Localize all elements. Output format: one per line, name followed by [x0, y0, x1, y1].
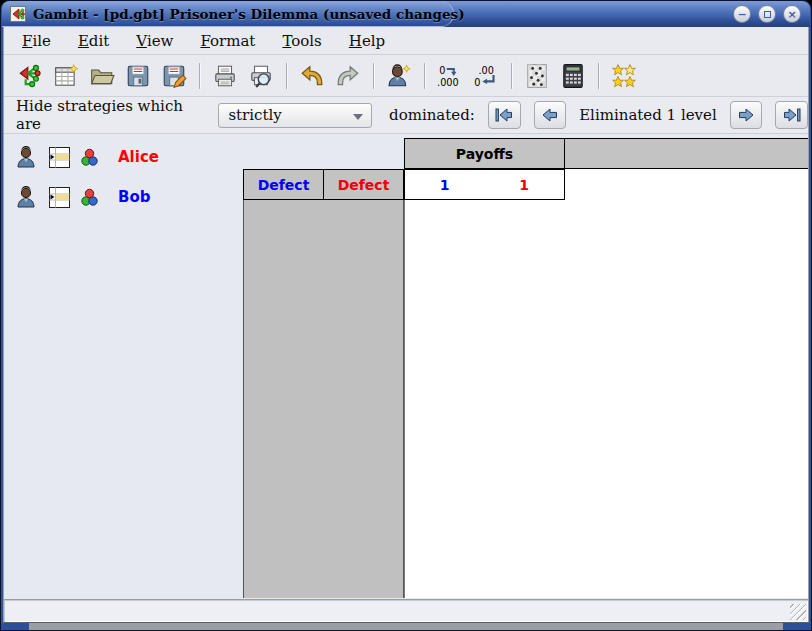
close-button[interactable]: ×: [783, 5, 801, 23]
row-strategy-icon[interactable]: [46, 186, 71, 209]
menu-edit[interactable]: Edit: [78, 32, 109, 50]
frame-corner-left: [1, 623, 29, 630]
open-file-button[interactable]: [87, 60, 117, 92]
toolbar-separator: [598, 63, 599, 89]
player-name-bob[interactable]: Bob: [118, 188, 150, 206]
nash-stars-icon: [611, 63, 637, 89]
row-strategy-icon[interactable]: [46, 146, 71, 169]
gambit-window: Gambit - [pd.gbt] Prisoner's Dilemma (un…: [0, 0, 812, 631]
decrease-decimals-icon: .00 0: [472, 63, 500, 89]
elimination-status: Eliminated 1 level: [579, 106, 717, 124]
frame-corner-right: [783, 623, 811, 630]
maximize-icon: [764, 11, 771, 18]
toolbar-separator: [199, 63, 200, 89]
title-bar[interactable]: Gambit - [pd.gbt] Prisoner's Dilemma (un…: [2, 1, 810, 27]
menu-help[interactable]: Help: [349, 32, 385, 50]
last-level-button[interactable]: [775, 101, 808, 129]
arrow-right-icon: [736, 107, 756, 123]
table-body: [404, 168, 808, 598]
printer-icon: [212, 63, 238, 89]
resize-grip[interactable]: [790, 604, 806, 620]
toolbar: 0 .000 .00 0: [4, 55, 808, 97]
save-file-button[interactable]: [123, 60, 153, 92]
save-as-button[interactable]: [159, 60, 189, 92]
window-frame-bottom: [1, 622, 811, 630]
save-as-icon: [161, 63, 187, 89]
arrow-left-icon: [540, 107, 560, 123]
menu-bar: File Edit View Format Tools Help: [4, 27, 808, 55]
add-player-icon: [386, 63, 412, 89]
toolbar-separator: [373, 63, 374, 89]
dominated-label: dominated:: [389, 106, 475, 124]
game-tree-icon: [17, 63, 43, 89]
player-color-icon[interactable]: [80, 148, 99, 167]
toolbar-separator: [511, 63, 512, 89]
svg-text:0: 0: [439, 64, 445, 75]
player-icon[interactable]: [15, 145, 37, 169]
increase-decimals-button[interactable]: 0 .000: [435, 60, 465, 92]
row-strategy-cell-1[interactable]: Defect: [243, 169, 324, 200]
dominance-toolbar: Hide strategies which are strictly domin…: [4, 97, 808, 134]
add-player-button[interactable]: [384, 60, 414, 92]
window-title: Gambit - [pd.gbt] Prisoner's Dilemma (un…: [33, 1, 465, 27]
header-filler-cell: [564, 138, 808, 169]
minimize-button[interactable]: −: [733, 5, 751, 23]
decrease-decimals-button[interactable]: .00 0: [471, 60, 501, 92]
new-tree-game-button[interactable]: [15, 60, 45, 92]
arrow-first-icon: [494, 107, 514, 123]
undo-button[interactable]: [297, 60, 327, 92]
dominance-mode-dropdown[interactable]: strictly: [218, 103, 372, 128]
undo-icon: [299, 63, 325, 89]
row-strategy-cell-2[interactable]: Defect: [323, 169, 404, 200]
svg-text:.000: .000: [437, 76, 459, 87]
row-label-column: [243, 199, 404, 598]
menu-file[interactable]: File: [22, 32, 51, 50]
payoff-cell-1[interactable]: 1: [404, 169, 485, 200]
hide-strategies-label: Hide strategies which are: [16, 97, 204, 133]
menu-format[interactable]: Format: [200, 32, 255, 50]
gambit-logo-icon: [10, 6, 26, 22]
print-preview-button[interactable]: [246, 60, 276, 92]
print-button[interactable]: [210, 60, 240, 92]
svg-text:0: 0: [474, 76, 480, 87]
menu-tools[interactable]: Tools: [282, 32, 321, 50]
dropdown-value: strictly: [228, 106, 281, 124]
arrow-last-icon: [782, 107, 802, 123]
payoffs-header-cell: Payoffs: [404, 138, 565, 169]
player-row-bob: Bob: [15, 184, 150, 210]
menu-view[interactable]: View: [136, 32, 173, 50]
redo-button[interactable]: [333, 60, 363, 92]
next-level-button[interactable]: [730, 101, 763, 129]
compute-nash-button[interactable]: [609, 60, 639, 92]
randomize-payoffs-button[interactable]: [522, 60, 552, 92]
new-table-game-button[interactable]: [51, 60, 81, 92]
calculator-icon: [561, 63, 585, 89]
frame-bottom-middle: [29, 623, 783, 630]
player-row-alice: Alice: [15, 144, 159, 170]
open-folder-icon: [89, 63, 115, 89]
new-table-icon: [53, 63, 79, 89]
print-preview-icon: [248, 63, 274, 89]
svg-text:.00: .00: [478, 64, 493, 75]
compute-values-button[interactable]: [558, 60, 588, 92]
toolbar-separator: [286, 63, 287, 89]
maximize-button[interactable]: [758, 5, 776, 23]
save-floppy-icon: [125, 63, 151, 89]
player-name-alice[interactable]: Alice: [118, 148, 159, 166]
increase-decimals-icon: 0 .000: [436, 63, 464, 89]
game-panel: Alice: [4, 134, 808, 598]
previous-level-button[interactable]: [534, 101, 567, 129]
player-icon[interactable]: [15, 185, 37, 209]
player-color-icon[interactable]: [80, 188, 99, 207]
first-level-button[interactable]: [488, 101, 521, 129]
payoff-cell-2[interactable]: 1: [484, 169, 565, 200]
toolbar-separator: [424, 63, 425, 89]
chevron-down-icon: [353, 114, 363, 120]
random-grid-icon: [525, 63, 549, 89]
status-bar: [4, 599, 808, 622]
redo-icon: [335, 63, 361, 89]
